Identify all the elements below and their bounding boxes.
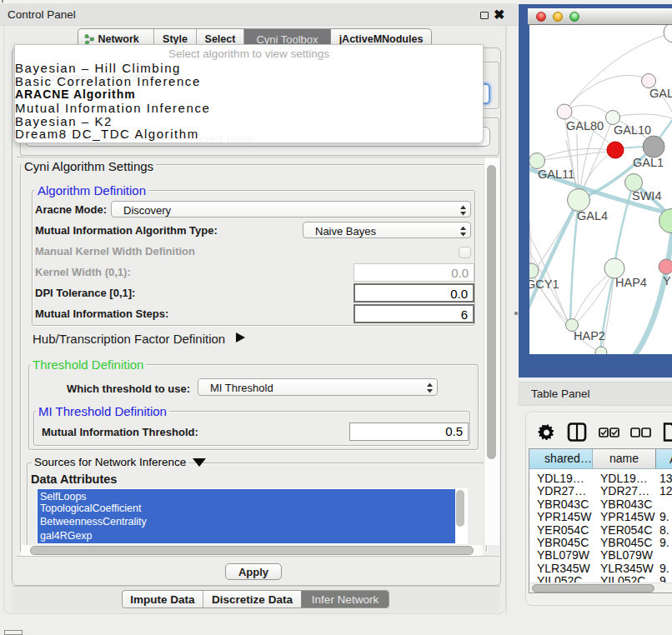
svg-text:SWI4: SWI4: [632, 189, 661, 202]
svg-text:HAP2: HAP2: [574, 329, 605, 342]
svg-text:GAL10: GAL10: [614, 123, 651, 137]
svg-text:HAP4: HAP4: [615, 276, 647, 289]
svg-text:GCY1: GCY1: [529, 278, 559, 291]
svg-text:GAL1: GAL1: [633, 156, 664, 169]
svg-text:GAL: GAL: [649, 87, 672, 100]
svg-text:Y: Y: [663, 274, 671, 288]
svg-text:GAL11: GAL11: [538, 168, 574, 181]
svg-text:GAL80: GAL80: [566, 119, 604, 132]
svg-text:GAL4: GAL4: [577, 209, 608, 222]
